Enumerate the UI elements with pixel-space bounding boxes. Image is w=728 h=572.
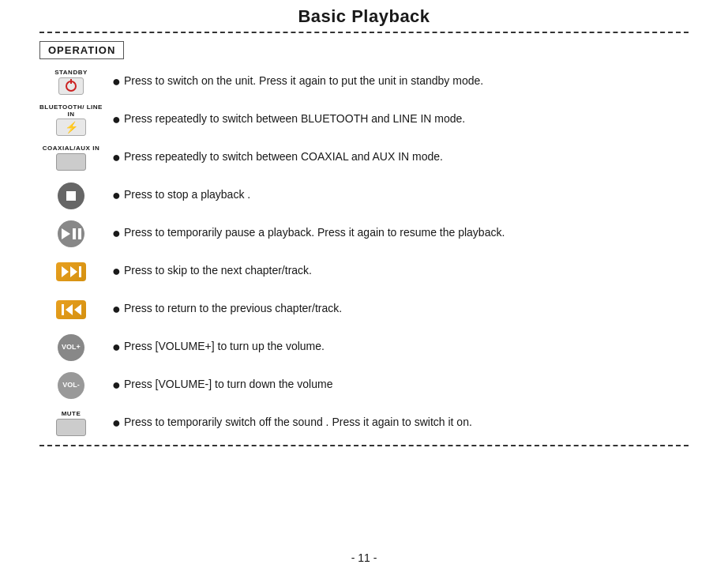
- icon-label-bluetooth: BLUETOOTH/ LINE IN: [39, 104, 103, 119]
- icon-col-coaxial: COAXIAL/AUX IN: [39, 145, 103, 171]
- bullet-prev: ●: [112, 301, 121, 317]
- icon-col-standby: STANDBY: [39, 70, 103, 95]
- button-next[interactable]: [56, 262, 86, 281]
- items-list: STANDBY●Press to switch on the unit. Pre…: [32, 66, 696, 440]
- icon-col-stop: [39, 183, 103, 209]
- icon-col-next: [39, 262, 103, 281]
- button-vol-plus[interactable]: VOL+: [58, 334, 84, 361]
- bullet-bluetooth: ●: [112, 111, 121, 127]
- bullet-vol-minus: ●: [112, 377, 121, 393]
- operation-label: OPERATION: [39, 41, 124, 59]
- item-text-next: ●Press to skip to the next chapter/track…: [103, 262, 689, 281]
- list-item: ●Press to skip to the next chapter/track…: [39, 255, 689, 288]
- icon-col-mute: MUTE: [39, 411, 103, 436]
- list-item: BLUETOOTH/ LINE IN⚡●Press repeatedly to …: [39, 103, 689, 137]
- bullet-stop: ●: [112, 187, 121, 203]
- list-item: VOL-●Press [VOLUME-] to turn down the vo…: [39, 369, 689, 402]
- button-standby[interactable]: [58, 77, 84, 95]
- list-item: COAXIAL/AUX IN●Press repeatedly to switc…: [39, 141, 689, 175]
- bullet-mute: ●: [112, 415, 121, 431]
- bottom-divider: [39, 445, 689, 446]
- icon-col-prev: [39, 300, 103, 319]
- item-text-bluetooth: ●Press repeatedly to switch between BLUE…: [103, 110, 689, 130]
- icon-label-coaxial: COAXIAL/AUX IN: [43, 145, 99, 152]
- bullet-pause: ●: [112, 225, 121, 241]
- list-item: ●Press to return to the previous chapter…: [39, 293, 689, 326]
- icon-label-mute: MUTE: [62, 411, 81, 418]
- item-text-vol-plus: ●Press [VOLUME+] to turn up the volume.: [103, 337, 689, 357]
- list-item: VOL+●Press [VOLUME+] to turn up the volu…: [39, 331, 689, 364]
- list-item: MUTE●Press to temporarily switch off the…: [39, 407, 689, 440]
- item-text-coaxial: ●Press repeatedly to switch between COAX…: [103, 148, 689, 167]
- item-text-prev: ●Press to return to the previous chapter…: [103, 299, 689, 319]
- button-vol-minus[interactable]: VOL-: [58, 372, 84, 399]
- item-text-pause: ●Press to temporarily pause a playback. …: [103, 224, 689, 243]
- page-title: Basic Playback: [32, 0, 696, 32]
- item-text-mute: ●Press to temporarily switch off the sou…: [103, 413, 689, 433]
- bullet-coaxial: ●: [112, 149, 121, 165]
- icon-col-pause: [39, 220, 103, 247]
- bullet-vol-plus: ●: [112, 339, 121, 355]
- icon-col-bluetooth: BLUETOOTH/ LINE IN⚡: [39, 104, 103, 137]
- page: Basic Playback OPERATION STANDBY●Press t…: [0, 0, 728, 572]
- bullet-standby: ●: [112, 73, 121, 89]
- top-divider: [39, 32, 689, 33]
- list-item: ●Press to temporarily pause a playback. …: [39, 217, 689, 250]
- item-text-standby: ●Press to switch on the unit. Press it a…: [103, 72, 689, 92]
- bullet-next: ●: [112, 263, 121, 279]
- button-prev[interactable]: [56, 300, 86, 319]
- button-pause[interactable]: [58, 220, 84, 247]
- item-text-vol-minus: ●Press [VOLUME-] to turn down the volume: [103, 375, 689, 395]
- icon-col-vol-plus: VOL+: [39, 334, 103, 361]
- button-stop[interactable]: [58, 183, 84, 209]
- button-mute[interactable]: [56, 419, 86, 436]
- list-item: STANDBY●Press to switch on the unit. Pre…: [39, 66, 689, 99]
- list-item: ●Press to stop a playback .: [39, 179, 689, 213]
- icon-col-vol-minus: VOL-: [39, 372, 103, 399]
- page-number: - 11 -: [0, 551, 728, 564]
- icon-label-standby: STANDBY: [54, 70, 88, 77]
- button-coaxial[interactable]: [56, 153, 86, 171]
- item-text-stop: ●Press to stop a playback .: [103, 186, 689, 205]
- button-bluetooth[interactable]: ⚡: [56, 119, 86, 136]
